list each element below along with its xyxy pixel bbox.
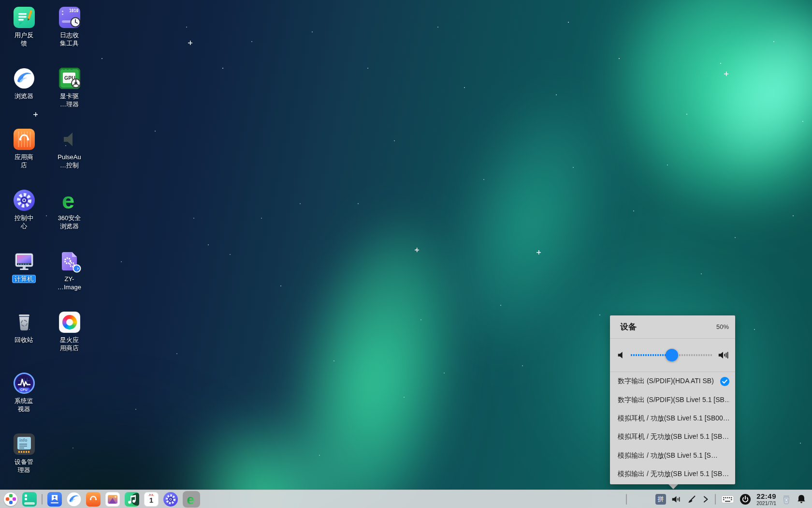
input-method-indicator[interactable]: 拼	[655, 494, 666, 505]
taskbar: JUL 1 e 拼	[0, 490, 812, 508]
icon-label: 360安全 浏览器	[58, 214, 81, 230]
popup-header: 设备 50%	[610, 315, 735, 339]
desktop-icon-log-collector[interactable]: 1010 日志收 集工具	[48, 7, 90, 68]
volume-slider-row	[610, 339, 735, 372]
icon-label: 设备管 理器	[14, 458, 33, 474]
desktop-icon-grid: 用户反 馈 浏览器	[3, 7, 90, 494]
browser-icon	[67, 492, 81, 507]
desktop-icon-system-monitor[interactable]: CPU 系统监 视器	[3, 373, 45, 433]
desktop-icon-zy-image[interactable]: ZY- …Image	[48, 251, 90, 312]
star-sparkle	[188, 41, 192, 45]
audio-device-option[interactable]: 模拟输出 / 无功放(SB Live! 5.1 [SB…	[610, 465, 735, 483]
icon-label: 星火应 用商店	[60, 336, 79, 352]
icon-label: 日志收 集工具	[60, 31, 79, 47]
image-viewer-icon	[105, 492, 120, 507]
360-browser-icon: e	[59, 190, 80, 211]
volume-max-icon[interactable]	[718, 350, 728, 360]
image-viewer-button[interactable]	[105, 492, 120, 507]
pulseaudio-muted-speaker-icon	[59, 129, 80, 150]
device-label: 数字输出 (S/PDIF)(HDA ATI SB)	[618, 377, 714, 386]
desktop-icon-user-feedback[interactable]: 用户反 馈	[3, 7, 45, 68]
tray-separator	[626, 494, 627, 505]
360-browser-active-window-button[interactable]: e	[183, 491, 200, 508]
launcher-icon	[4, 493, 17, 506]
dock-app-area: JUL 1 e	[0, 491, 200, 508]
app-store-dock-button[interactable]	[86, 492, 101, 507]
file-manager-button[interactable]	[47, 492, 62, 507]
log-collector-icon: 1010	[59, 7, 80, 28]
desktop-column-1: 用户反 馈 浏览器	[3, 7, 45, 494]
desktop-icon-pulseaudio[interactable]: PulseAu …控制	[48, 129, 90, 190]
svg-text:1010: 1010	[69, 9, 78, 13]
calendar-day: 1	[149, 496, 153, 504]
device-label: 模拟输出 / 无功放(SB Live! 5.1 [SB…	[618, 470, 729, 478]
device-label: 模拟耳机 / 无功放(SB Live! 5.1 [SB…	[618, 433, 729, 441]
clock-time: 22:49	[756, 493, 776, 500]
device-label: 模拟耳机 / 功放(SB Live! 5.1 [SB00…	[618, 414, 730, 423]
app-store-icon	[86, 492, 101, 507]
multitasking-view-button[interactable]	[22, 492, 37, 507]
control-center-icon	[163, 492, 178, 507]
star-sparkle	[724, 72, 728, 76]
system-monitor-icon: CPU	[14, 373, 35, 394]
clock[interactable]: 22:49 2021/7/1	[756, 493, 776, 506]
selected-check-icon	[720, 376, 730, 387]
desktop-icon-gpu-driver[interactable]: GPU 显卡驱 …理器	[48, 68, 90, 129]
icon-label-selected: 计算机	[12, 275, 36, 283]
icon-label: ZY- …Image	[58, 275, 81, 291]
control-center-dock-button[interactable]	[163, 492, 178, 507]
browser-dock-button[interactable]	[67, 492, 81, 507]
audio-device-list: 数字输出 (S/PDIF)(HDA ATI SB) 数字输出 (S/PDIF)(…	[610, 372, 735, 483]
app-store-icon	[14, 129, 35, 150]
icon-label: 浏览器	[14, 92, 33, 100]
desktop-icon-app-store[interactable]: 应用商 店	[3, 129, 45, 190]
desktop-icon-computer[interactable]: 计算机	[3, 251, 45, 312]
notification-bell-icon[interactable]	[797, 494, 806, 504]
calendar-icon: JUL 1	[144, 492, 159, 507]
computer-icon	[14, 251, 35, 272]
icon-label: 显卡驱 …理器	[60, 92, 79, 108]
calendar-button[interactable]: JUL 1	[144, 492, 159, 507]
tray-expand-chevron-icon[interactable]	[702, 494, 710, 504]
audio-device-option[interactable]: 模拟输出 / 功放(SB Live! 5.1 [S…	[610, 447, 735, 465]
screenshot-brush-icon[interactable]	[687, 494, 696, 504]
icon-label: 回收站	[14, 336, 33, 344]
stars	[0, 0, 1, 1]
control-center-icon	[14, 190, 35, 211]
desktop-icon-device-manager[interactable]: info 设备管 理器	[3, 433, 45, 494]
audio-device-option[interactable]: 模拟耳机 / 功放(SB Live! 5.1 [SB00…	[610, 409, 735, 428]
audio-device-option[interactable]: 模拟耳机 / 无功放(SB Live! 5.1 [SB…	[610, 428, 735, 446]
desktop-icon-360-browser[interactable]: e 360安全 浏览器	[48, 190, 90, 251]
onscreen-keyboard-icon[interactable]	[721, 494, 734, 504]
device-label: 模拟输出 / 功放(SB Live! 5.1 [S…	[618, 451, 718, 460]
launcher-button[interactable]	[4, 493, 17, 506]
recycle-bin-icon	[14, 312, 35, 333]
clock-date: 2021/7/1	[756, 501, 776, 506]
popup-title: 设备	[620, 321, 637, 332]
desktop-icon-browser[interactable]: 浏览器	[3, 68, 45, 129]
file-manager-icon	[47, 492, 62, 507]
icon-label: 应用商 店	[14, 153, 33, 169]
star-sparkle	[415, 248, 419, 252]
tray-separator	[715, 494, 716, 505]
music-player-button[interactable]	[125, 492, 139, 507]
volume-slider-track[interactable]	[631, 354, 712, 356]
device-manager-icon: info	[14, 433, 35, 455]
trash-tray-icon[interactable]	[782, 494, 791, 505]
svg-text:e: e	[187, 493, 194, 506]
volume-tray-icon[interactable]	[671, 494, 682, 504]
shutdown-icon[interactable]	[740, 493, 751, 505]
icon-label: 控制中 心	[14, 214, 33, 230]
desktop-icon-recycle-bin[interactable]: 回收站	[3, 312, 45, 373]
audio-device-option[interactable]: 数字输出 (S/PDIF)(HDA ATI SB)	[610, 372, 735, 390]
desktop-icon-control-center[interactable]: 控制中 心	[3, 190, 45, 251]
desktop-icon-spark-store[interactable]: 星火应 用商店	[48, 312, 90, 373]
360-browser-icon: e	[185, 493, 198, 506]
volume-slider-handle[interactable]	[666, 349, 678, 361]
volume-min-icon[interactable]	[617, 351, 625, 359]
sound-device-popup: 设备 50% 数字输出 (S/PDIF)(HDA ATI SB) 数字输出 (	[610, 315, 735, 484]
system-tray: 拼	[626, 493, 812, 506]
audio-device-option[interactable]: 数字输出 (S/PDIF)(SB Live! 5.1 [SB…	[610, 390, 735, 409]
volume-percent: 50%	[716, 323, 729, 330]
gpu-driver-icon: GPU	[59, 68, 80, 89]
